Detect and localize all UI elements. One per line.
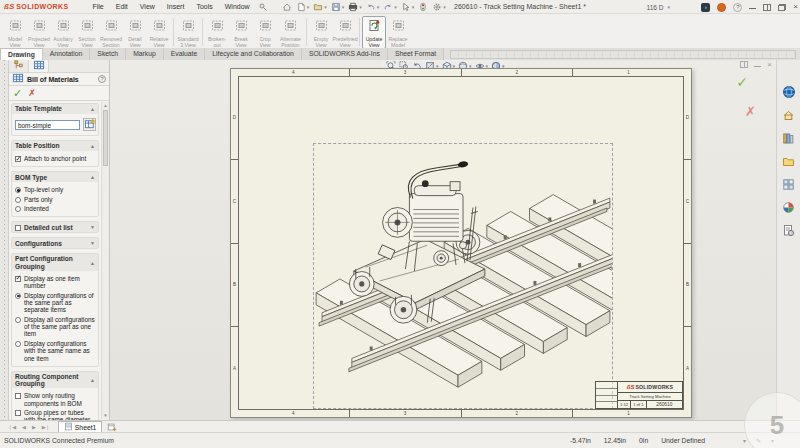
- collapse-chevron-icon[interactable]: ▲: [90, 377, 95, 383]
- taskpane-custom-properties[interactable]: [781, 224, 797, 240]
- radio-indented[interactable]: Indented: [15, 205, 96, 212]
- confirmation-cancel-icon[interactable]: ✗: [745, 104, 756, 119]
- tab-sheet-format[interactable]: Sheet Format: [388, 48, 444, 60]
- tab-annotation[interactable]: Annotation: [43, 48, 91, 60]
- tab-evaluate[interactable]: Evaluate: [164, 48, 205, 60]
- radio-control[interactable]: [15, 206, 21, 212]
- menu-window[interactable]: Window: [219, 0, 256, 13]
- snap-layout-icon[interactable]: [763, 4, 771, 11]
- taskpane-3dexperience[interactable]: [781, 86, 797, 102]
- cm-button-replace-model[interactable]: Replace Model: [386, 16, 410, 49]
- drawing-sheet[interactable]: 4321 4321 DCBA DCBA: [230, 68, 692, 418]
- menu-tools[interactable]: Tools: [190, 0, 218, 13]
- help-icon[interactable]: ?: [733, 3, 742, 12]
- radio-control[interactable]: [15, 197, 21, 203]
- group-header[interactable]: Table Position▲: [12, 141, 98, 151]
- cm-button-relative-view[interactable]: Relative View: [147, 16, 171, 49]
- collapse-chevron-icon[interactable]: ▲: [90, 143, 95, 149]
- radio-display-configurations-with-the-same-name-as-one-item[interactable]: Display configurations with the same nam…: [15, 340, 96, 362]
- qa-open[interactable]: ▾: [313, 2, 327, 12]
- group-header[interactable]: Routing Component Grouping▲: [12, 372, 98, 389]
- close-icon[interactable]: ×: [793, 3, 798, 11]
- taskpane-appearances-scenes[interactable]: [781, 201, 797, 217]
- tab-drawing[interactable]: Drawing: [0, 48, 43, 60]
- qa-rebuild[interactable]: [418, 2, 428, 12]
- last-sheet-icon[interactable]: ▶❘: [40, 424, 52, 430]
- radio-display-configurations-of-the-same-part-as-separate-items[interactable]: Display configurations of the same part …: [15, 292, 96, 314]
- next-sheet-icon[interactable]: ▶: [30, 424, 38, 430]
- qa-undo[interactable]: ▾: [366, 2, 380, 12]
- checkbox-control[interactable]: [15, 276, 21, 282]
- taskpane-view-palette[interactable]: [781, 178, 797, 194]
- menu-file[interactable]: File: [86, 0, 109, 13]
- radio-control[interactable]: [15, 293, 21, 299]
- scroll-up-icon[interactable]: ▲: [102, 103, 109, 108]
- group-header[interactable]: Detailed cut list▼: [12, 222, 98, 232]
- group-header[interactable]: Part Configuration Grouping▲: [12, 254, 98, 271]
- checkbox-control[interactable]: [15, 156, 21, 162]
- expand-chevron-icon[interactable]: ▼: [90, 240, 95, 246]
- qa-home[interactable]: [282, 2, 292, 12]
- cm-button-section-view[interactable]: Section View: [75, 16, 99, 49]
- tab-markup[interactable]: Markup: [126, 48, 164, 60]
- checkbox-attach-to-anchor-point[interactable]: Attach to anchor point: [15, 155, 96, 162]
- avatar-icon[interactable]: [717, 3, 726, 12]
- chevron-down-icon[interactable]: ▾: [743, 437, 746, 444]
- radio-control[interactable]: [15, 187, 21, 193]
- table-template-input[interactable]: bom-simple: [15, 120, 80, 130]
- panel-splitter[interactable]: [0, 60, 9, 420]
- command-search[interactable]: 116 D ▾: [610, 2, 670, 12]
- menu-edit[interactable]: Edit: [110, 0, 134, 13]
- user-session-icon[interactable]: ›: [701, 3, 710, 12]
- minimize-icon[interactable]: [749, 3, 756, 11]
- group-header[interactable]: BOM Type▲: [12, 172, 98, 182]
- cm-button-model-view[interactable]: Model View: [3, 16, 27, 49]
- qa-new-document[interactable]: ▾: [296, 2, 310, 12]
- restore-icon[interactable]: [778, 4, 786, 11]
- collapse-chevron-icon[interactable]: ▲: [90, 260, 95, 266]
- cm-button-removed-section[interactable]: Removed Section: [99, 16, 123, 49]
- cm-button-update-view[interactable]: Update View: [362, 16, 386, 49]
- chevron-down-icon[interactable]: ▾: [667, 4, 670, 10]
- help-icon[interactable]: ?: [98, 75, 106, 83]
- confirmation-ok-icon[interactable]: ✓: [736, 74, 748, 90]
- cancel-x-icon[interactable]: ✗: [28, 89, 36, 98]
- expand-chevron-icon[interactable]: ▼: [90, 224, 95, 230]
- pin-menu-icon[interactable]: [258, 2, 268, 12]
- tab-solidworks-add-ins[interactable]: SOLIDWORKS Add-Ins: [302, 48, 388, 60]
- radio-top-level-only[interactable]: Top-level only: [15, 186, 96, 193]
- group-checkbox[interactable]: [15, 225, 21, 231]
- doc-close-icon[interactable]: ×: [767, 61, 772, 69]
- cm-button-break-view[interactable]: Break View: [229, 16, 253, 49]
- group-header[interactable]: Configurations▼: [12, 238, 98, 248]
- radio-display-all-configurations-of-the-same-part-as-one-item[interactable]: Display all configurations of the same p…: [15, 316, 96, 338]
- table-template-browse-button[interactable]: [83, 118, 96, 131]
- ok-check-icon[interactable]: ✓: [13, 88, 22, 99]
- cm-button-auxiliary-view[interactable]: Auxiliary View: [51, 16, 75, 49]
- cm-button-detail-view[interactable]: Detail View: [123, 16, 147, 49]
- radio-parts-only[interactable]: Parts only: [15, 196, 96, 203]
- checkbox-group-pipes-or-tubes-with-the-same-diameter-and-schedule[interactable]: Group pipes or tubes with the same diame…: [15, 409, 96, 420]
- tab-lifecycle-and-collaboration[interactable]: Lifecycle and Collaboration: [205, 48, 302, 60]
- graphics-area[interactable]: × ▾▾▾▾▾ ✓ ✗ 4321 4321 DCBA DCBA: [110, 60, 776, 420]
- menu-view[interactable]: View: [134, 0, 161, 13]
- checkbox-show-only-routing-components-in-bom[interactable]: Show only routing components in BOM: [15, 392, 96, 407]
- taskpane-file-explorer[interactable]: [781, 155, 797, 171]
- checkbox-control[interactable]: [15, 410, 21, 416]
- doc-minimize-icon[interactable]: [754, 61, 761, 69]
- qa-redo[interactable]: ▾: [383, 2, 397, 12]
- panel-scrollbar[interactable]: ▲ ▼: [101, 102, 109, 419]
- drawing-view-boundary[interactable]: [313, 143, 613, 409]
- cm-button-crop-view[interactable]: Crop View: [253, 16, 277, 49]
- qa-print[interactable]: ▾: [348, 2, 362, 12]
- menu-insert[interactable]: Insert: [161, 0, 191, 13]
- cm-button-projected-view[interactable]: Projected View: [27, 16, 51, 49]
- doc-restore-icon[interactable]: [740, 61, 748, 68]
- first-sheet-icon[interactable]: ❘◀: [6, 424, 18, 430]
- qa-save[interactable]: ▾: [331, 2, 345, 12]
- sheet-tab-sheet1[interactable]: Sheet1: [58, 421, 103, 432]
- collapse-chevron-icon[interactable]: ▲: [90, 106, 95, 112]
- cm-button-empty-view[interactable]: Empty View: [309, 16, 333, 49]
- tab-sketch[interactable]: Sketch: [90, 48, 126, 60]
- scrollbar-thumb[interactable]: [103, 110, 108, 166]
